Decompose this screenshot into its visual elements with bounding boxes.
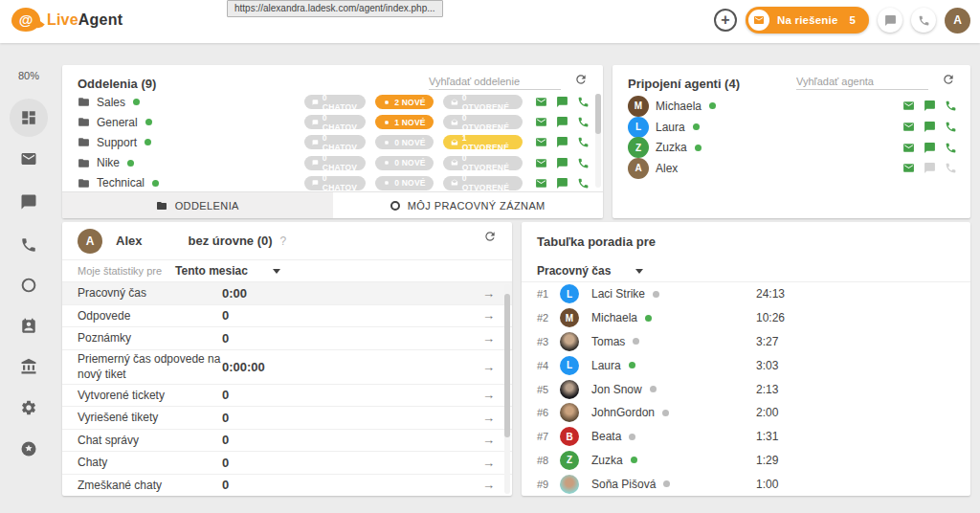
new-badge[interactable]: 1 NOVÉ bbox=[375, 115, 434, 129]
arrow-right-icon[interactable] bbox=[482, 456, 495, 470]
stat-row[interactable]: Chat správy 0 bbox=[62, 430, 512, 453]
chats-badge[interactable]: 0 CHATOV bbox=[304, 176, 366, 190]
help-icon[interactable]: ? bbox=[280, 234, 287, 248]
open-badge[interactable]: 0 OTVORENÉ bbox=[443, 156, 523, 170]
new-badge[interactable]: 0 NOVÉ bbox=[375, 176, 434, 190]
refresh-icon[interactable] bbox=[574, 73, 588, 86]
arrow-right-icon[interactable] bbox=[482, 331, 495, 346]
agent-row[interactable]: Z Zuzka bbox=[612, 137, 970, 158]
leaderboard-row[interactable]: #3 Tomas 3:27 bbox=[522, 330, 970, 354]
agent-row[interactable]: L Laura bbox=[612, 117, 970, 138]
mail-icon[interactable] bbox=[902, 142, 915, 154]
mail-icon[interactable] bbox=[902, 162, 915, 174]
refresh-icon[interactable] bbox=[942, 73, 955, 86]
leaderboard-row[interactable]: #5 Jon Snow 2:13 bbox=[522, 377, 970, 401]
arrow-right-icon[interactable] bbox=[482, 360, 495, 374]
chat-icon[interactable] bbox=[556, 96, 568, 108]
mail-icon[interactable] bbox=[535, 96, 547, 108]
sidebar-item-contacts[interactable] bbox=[10, 307, 48, 346]
scrollbar[interactable] bbox=[504, 284, 510, 494]
mail-icon[interactable] bbox=[902, 100, 915, 112]
stat-row[interactable]: Odpovede 0 bbox=[62, 305, 512, 328]
arrow-right-icon[interactable] bbox=[482, 478, 495, 492]
chats-badge[interactable]: 0 CHATOV bbox=[304, 115, 366, 129]
open-badge[interactable]: 0 OTVORENÉ bbox=[443, 95, 523, 109]
open-badge[interactable]: 1 OTVORENÉ bbox=[443, 135, 523, 149]
sidebar-item-billing[interactable] bbox=[10, 347, 48, 386]
mail-icon[interactable] bbox=[535, 136, 547, 148]
open-badge[interactable]: 0 OTVORENÉ bbox=[443, 176, 523, 190]
phone-icon[interactable] bbox=[577, 96, 590, 108]
arrow-right-icon[interactable] bbox=[482, 286, 495, 301]
chat-icon[interactable] bbox=[924, 100, 936, 112]
department-row[interactable]: General 0 CHATOV 1 NOVÉ 0 OTVORENÉ bbox=[62, 112, 603, 132]
leaderboard-row[interactable]: #9 Soňa Pišová 1:00 bbox=[522, 472, 970, 496]
chats-badge[interactable]: 0 CHATOV bbox=[304, 95, 366, 109]
agent-row[interactable]: M Michaela bbox=[612, 96, 970, 117]
sidebar-item-calls[interactable] bbox=[10, 226, 48, 264]
add-button[interactable]: + bbox=[714, 9, 737, 32]
leaderboard-row[interactable]: #7 B Beata 1:31 bbox=[522, 425, 970, 449]
department-search-input[interactable] bbox=[429, 74, 561, 90]
chat-icon[interactable] bbox=[556, 116, 568, 128]
new-badge[interactable]: 0 NOVÉ bbox=[375, 156, 434, 170]
mail-icon[interactable] bbox=[902, 121, 915, 133]
phone-icon[interactable] bbox=[945, 162, 957, 174]
leaderboard-metric-dropdown[interactable]: Pracovný čas bbox=[537, 264, 643, 278]
phone-icon[interactable] bbox=[577, 177, 590, 190]
phone-icon[interactable] bbox=[945, 121, 957, 133]
sidebar-item-activity[interactable] bbox=[10, 266, 48, 304]
arrow-right-icon[interactable] bbox=[482, 411, 495, 425]
department-row[interactable]: Technical 0 CHATOV 0 NOVÉ 0 OTVORENÉ bbox=[62, 173, 603, 193]
arrow-right-icon[interactable] bbox=[482, 433, 495, 447]
open-badge[interactable]: 0 OTVORENÉ bbox=[443, 115, 523, 129]
sidebar-item-gamification[interactable] bbox=[10, 430, 48, 468]
calls-button[interactable] bbox=[911, 8, 936, 33]
to-solve-button[interactable]: Na riešenie 5 bbox=[746, 7, 869, 33]
liveagent-logo[interactable]: @ LiveAgent bbox=[11, 8, 122, 32]
stat-row[interactable]: Vytvorené tickety 0 bbox=[62, 385, 512, 408]
chat-icon[interactable] bbox=[556, 136, 568, 148]
new-badge[interactable]: 0 NOVÉ bbox=[375, 135, 434, 149]
leaderboard-row[interactable]: #4 L Laura 3:03 bbox=[522, 353, 970, 377]
chat-icon[interactable] bbox=[556, 157, 568, 169]
agent-search-input[interactable] bbox=[796, 74, 928, 90]
tab-my-work-report[interactable]: MÔJ PRACOVNÝ ZÁZNAM bbox=[333, 192, 604, 218]
stat-row[interactable]: Priemerný čas odpovede na nový tiket 0:0… bbox=[62, 350, 512, 385]
stat-row[interactable]: Pracovný čas 0:00 bbox=[62, 282, 512, 305]
stat-row[interactable]: Chaty 0 bbox=[62, 452, 512, 475]
chats-badge[interactable]: 0 CHATOV bbox=[304, 156, 366, 170]
department-row[interactable]: Nike 0 CHATOV 0 NOVÉ 0 OTVORENÉ bbox=[62, 153, 603, 173]
phone-icon[interactable] bbox=[945, 100, 957, 112]
sidebar-item-tickets[interactable] bbox=[10, 140, 48, 178]
new-badge[interactable]: 2 NOVÉ bbox=[375, 95, 434, 109]
tab-departments[interactable]: ODDELENIA bbox=[62, 192, 333, 218]
phone-icon[interactable] bbox=[577, 136, 590, 148]
phone-icon[interactable] bbox=[945, 142, 957, 154]
chats-badge[interactable]: 0 CHATOV bbox=[304, 135, 366, 149]
chat-icon[interactable] bbox=[924, 121, 936, 133]
mail-icon[interactable] bbox=[535, 157, 547, 169]
department-row[interactable]: Support 0 CHATOV 0 NOVÉ 1 OTVORENÉ bbox=[62, 132, 603, 152]
refresh-icon[interactable] bbox=[483, 230, 497, 243]
mail-icon[interactable] bbox=[535, 116, 547, 128]
stat-row[interactable]: Vyriešené tikety 0 bbox=[62, 407, 512, 430]
agent-row[interactable]: A Alex bbox=[612, 158, 970, 179]
chat-icon[interactable] bbox=[924, 162, 936, 174]
chats-button[interactable] bbox=[878, 8, 902, 33]
mail-icon[interactable] bbox=[535, 177, 547, 190]
leaderboard-row[interactable]: #8 Z Zuzka 1:29 bbox=[522, 449, 970, 473]
arrow-right-icon[interactable] bbox=[482, 308, 495, 323]
department-row[interactable]: Sales 0 CHATOV 2 NOVÉ 0 OTVORENÉ bbox=[62, 92, 603, 112]
user-avatar[interactable]: A bbox=[945, 8, 970, 33]
stat-row[interactable]: Poznámky 0 bbox=[62, 327, 512, 350]
arrow-right-icon[interactable] bbox=[482, 388, 495, 402]
phone-icon[interactable] bbox=[577, 157, 590, 169]
leaderboard-row[interactable]: #6 JohnGordon 2:00 bbox=[522, 401, 970, 425]
stat-row[interactable]: Zmeškané chaty 0 bbox=[62, 475, 512, 497]
chat-icon[interactable] bbox=[924, 142, 936, 154]
sidebar-item-settings[interactable] bbox=[10, 389, 48, 427]
leaderboard-row[interactable]: #1 L Laci Strike 24:13 bbox=[522, 282, 970, 306]
stats-period-dropdown[interactable]: Tento mesiac bbox=[175, 264, 280, 278]
leaderboard-row[interactable]: #2 M Michaela 10:26 bbox=[522, 306, 970, 330]
